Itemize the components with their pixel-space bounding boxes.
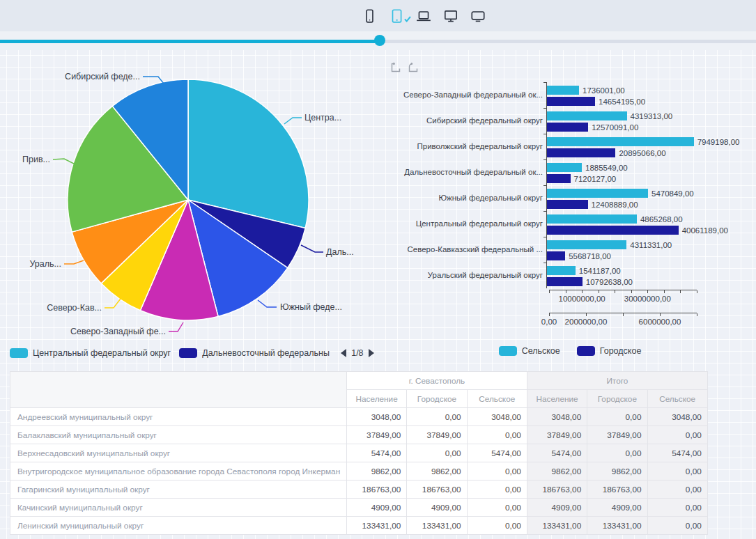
urban-value-label: 12570091,00 [592,123,638,132]
value-cell: 4909,00 [587,499,647,517]
rural-bar[interactable] [547,240,626,249]
dashboard-app: Центра...Даль...Южный феде...Северо-Запа… [0,0,756,539]
legend-label: Дальневосточный федеральный округ [202,348,330,358]
bar-category-label: Северо-Кавказский федеральный ... [382,237,546,263]
table-column-header: Сельское [467,390,527,408]
value-cell: 0,00 [587,408,647,426]
selected-check-icon [404,14,411,24]
table-row[interactable]: Верхнесадовский муниципальный округ5474,… [10,444,708,462]
bar-pair: 1736001,00 14654195,00 [546,82,694,108]
value-cell: 186763,00 [347,481,407,499]
rural-bar[interactable] [547,163,582,172]
legend-label: Сельское [522,346,560,356]
pie-slice-label: Сибирский феде... [65,72,140,81]
value-cell: 3048,00 [527,408,587,426]
phone-icon[interactable] [360,7,378,25]
value-cell: 133431,00 [527,517,587,535]
value-cell: 0,00 [587,444,647,462]
table-row[interactable]: Внутригородское муниципальное образовани… [10,462,708,481]
drill-up-icon[interactable] [390,62,401,75]
rural-bar[interactable] [547,111,627,120]
value-cell: 133431,00 [347,517,407,535]
pie-slice-label: Прив... [22,155,50,164]
value-cell: 0,00 [467,481,527,499]
urban-bar[interactable] [547,277,583,286]
table-row[interactable]: Андреевский муниципальный округ3048,000,… [10,408,708,426]
legend-pager: 1/8 [341,348,373,358]
value-cell: 4909,00 [407,499,467,517]
pager-prev-icon[interactable] [341,349,346,357]
value-cell: 0,00 [407,444,467,462]
urban-value-label: 5568718,00 [569,252,611,260]
bar-category-label: Приволжский федеральный округ [382,134,546,159]
rural-value-label: 5470849,00 [651,189,694,198]
urban-bar[interactable] [547,97,595,106]
rural-bar[interactable] [547,189,648,198]
pager-label: 1/8 [351,348,363,358]
value-cell: 3048,00 [467,408,527,426]
slider-fill [0,40,375,43]
rural-bar[interactable] [547,214,637,224]
pie-chart: Центра...Даль...Южный феде...Северо-Запа… [0,59,390,359]
urban-axis: 10000000,0030000000,00 [549,290,697,290]
urban-bar[interactable] [547,174,571,183]
value-cell: 4909,00 [527,499,587,517]
table-column-header: Сельское [647,390,707,408]
pie-slice-label: Северо-Западный фе... [70,327,166,336]
value-cell: 0,00 [647,481,707,499]
drill-back-icon[interactable] [408,62,419,75]
urban-value-label: 12408889,00 [592,201,638,209]
urban-bar[interactable] [547,123,588,132]
pie-slice-label: Северо-Кав... [47,303,102,313]
bar-category-row: Приволжский федеральный округ 7949198,00… [382,134,697,159]
value-cell: 3048,00 [347,408,407,426]
bar-pair: 4311331,00 5568718,00 [546,237,694,263]
pie-legend: Центральный федеральный округДальневосто… [10,346,374,360]
value-cell: 37849,00 [587,426,647,444]
laptop-icon[interactable] [415,7,433,25]
value-cell: 5474,00 [647,444,707,462]
bar-legend-item[interactable]: Городское [577,346,642,356]
legend-label: Центральный федеральный округ [33,348,171,358]
bar-pair: 7949198,00 20895066,00 [546,134,694,159]
value-cell: 5474,00 [527,444,587,462]
urban-bar[interactable] [547,226,679,235]
row-name-cell: Внутригородское муниципальное образовани… [10,462,347,481]
urban-bar[interactable] [547,200,588,209]
bar-pair: 4865268,00 40061189,00 [546,211,694,237]
pie-callout-line [301,245,323,252]
value-cell: 0,00 [467,499,527,517]
rural-bar[interactable] [547,86,579,95]
urban-bar[interactable] [547,148,615,157]
urban-bar[interactable] [547,251,565,260]
rural-bar[interactable] [547,266,576,275]
bar-pair: 4319313,00 12570091,00 [546,108,694,134]
tablet-icon[interactable] [387,7,406,25]
slider-knob[interactable] [374,35,385,46]
rural-value-label: 7949198,00 [697,138,740,146]
rural-value-label: 4319313,00 [631,112,673,120]
value-cell: 0,00 [647,462,707,481]
row-name-cell: Андреевский муниципальный округ [10,408,347,426]
value-cell: 0,00 [467,517,527,535]
bar-pair: 1541187,00 10792638,00 [546,263,694,288]
table-corner-cell [10,372,347,408]
pie-slice-label: Южный феде... [280,302,342,312]
axis-tick-label: 2000000,00 [565,318,608,326]
monitor-icon[interactable] [442,7,460,25]
tv-icon[interactable] [469,7,487,25]
pager-next-icon[interactable] [369,349,374,357]
table-row[interactable]: Ленинский муниципальный округ133431,0013… [10,517,708,535]
pie-legend-item[interactable]: Центральный федеральный округ [10,348,171,358]
value-cell: 37849,00 [527,426,587,444]
bar-category-label: Сибирский федеральный округ [382,108,546,134]
value-cell: 5474,00 [347,444,407,462]
table-row[interactable]: Гагаринский муниципальный округ186763,00… [10,481,708,499]
bar-legend-item[interactable]: Сельское [499,346,560,356]
rural-bar[interactable] [547,137,694,146]
pie-legend-item[interactable]: Дальневосточный федеральный округ [179,348,330,358]
table-row[interactable]: Балаклавский муниципальный округ37849,00… [10,426,708,444]
bar-chart: Северо-Западный федеральный ок... 173600… [382,59,756,366]
legend-swatch [10,348,28,358]
table-row[interactable]: Качинский муниципальный округ4909,004909… [10,499,708,517]
